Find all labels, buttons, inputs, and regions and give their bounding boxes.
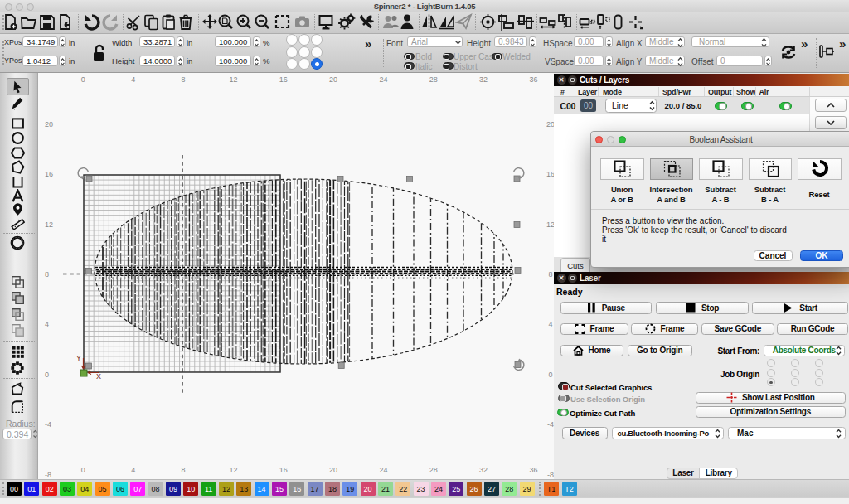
svg-text:16: 16 <box>279 75 288 84</box>
svg-text:20: 20 <box>329 466 337 474</box>
svg-text:Y: Y <box>76 354 81 362</box>
svg-text:-4: -4 <box>45 420 51 429</box>
svg-text:0: 0 <box>548 371 552 379</box>
svg-text:0: 0 <box>45 371 49 379</box>
svg-text:28: 28 <box>429 75 438 84</box>
svg-text:12: 12 <box>45 220 53 229</box>
svg-text:24: 24 <box>379 466 387 474</box>
svg-text:16: 16 <box>546 170 554 178</box>
svg-text:12: 12 <box>229 466 237 474</box>
svg-text:12: 12 <box>229 75 237 84</box>
svg-text:4: 4 <box>548 320 552 328</box>
svg-text:32: 32 <box>479 466 488 474</box>
svg-text:-8: -8 <box>45 471 51 479</box>
svg-text:X: X <box>96 372 101 380</box>
svg-text:8: 8 <box>45 270 49 279</box>
svg-text:0: 0 <box>81 466 85 474</box>
svg-text:8: 8 <box>181 75 185 84</box>
svg-text:20: 20 <box>546 120 554 128</box>
svg-text:20: 20 <box>45 120 53 128</box>
svg-text:4: 4 <box>131 75 135 84</box>
svg-text:0: 0 <box>81 75 85 84</box>
svg-text:28: 28 <box>429 466 438 474</box>
svg-text:24: 24 <box>379 75 387 84</box>
svg-text:4: 4 <box>45 320 49 328</box>
svg-text:8: 8 <box>548 270 552 279</box>
svg-text:36: 36 <box>529 75 537 84</box>
svg-text:8: 8 <box>181 466 185 474</box>
svg-text:4: 4 <box>131 466 135 474</box>
svg-text:12: 12 <box>546 220 554 229</box>
svg-text:16: 16 <box>279 466 288 474</box>
svg-text:32: 32 <box>479 75 488 84</box>
svg-text:20: 20 <box>329 75 337 84</box>
svg-text:-4: -4 <box>547 420 554 429</box>
svg-text:16: 16 <box>45 170 53 178</box>
svg-text:-8: -8 <box>547 471 554 479</box>
svg-text:36: 36 <box>529 466 537 474</box>
